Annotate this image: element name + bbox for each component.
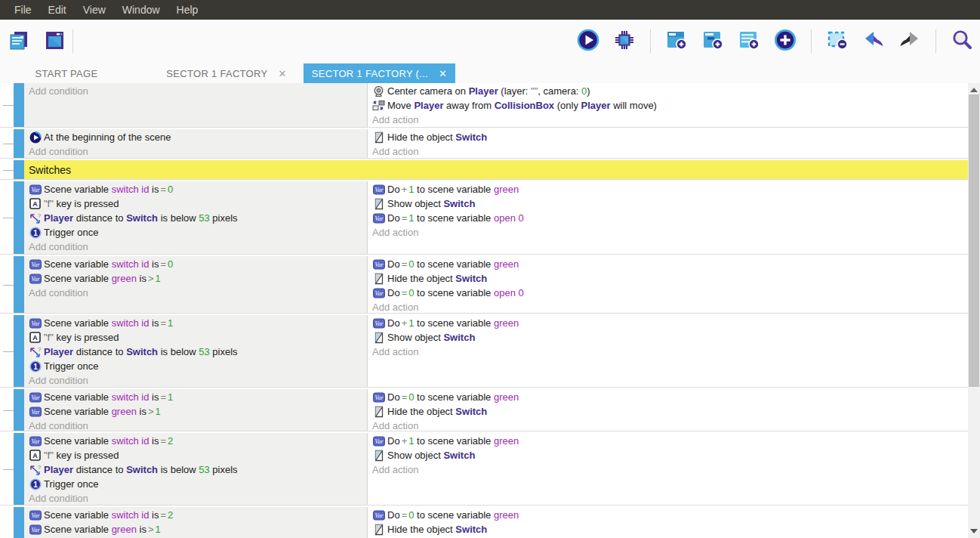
conditions-cell[interactable]: Add condition (24, 83, 367, 127)
action-line[interactable]: Show object Switch (368, 330, 968, 345)
actions-cell[interactable]: VarDo+1 to scene variable greenShow obje… (367, 181, 968, 254)
vertical-scrollbar[interactable] (968, 83, 980, 538)
condition-line[interactable]: ?Player distance to Switch is below 53 p… (24, 462, 367, 477)
conditions-cell[interactable]: At the beginning of the sceneAdd conditi… (24, 129, 367, 158)
actions-cell[interactable]: Center camera on Player (layer: "", came… (367, 83, 968, 127)
remove-selection-button[interactable] (827, 31, 848, 52)
action-line[interactable]: VarDo+1 to scene variable green (368, 316, 968, 330)
condition-line[interactable]: VarScene variable green is>1 (24, 522, 367, 536)
action-line[interactable]: Move Player away from CollisionBox (only… (368, 98, 968, 113)
action-line[interactable]: VarDo+1 to scene variable green (368, 182, 968, 196)
actions-cell[interactable]: VarDo=0 to scene variable greenHide the … (367, 256, 968, 313)
menu-item-window[interactable]: Window (114, 0, 168, 20)
play-button[interactable] (578, 31, 599, 52)
comment-row[interactable]: Switches (24, 160, 968, 179)
search-button[interactable] (951, 31, 972, 52)
action-line[interactable]: Center camera on Player (layer: "", came… (368, 84, 968, 98)
event-drag-bar[interactable] (14, 507, 24, 538)
scene-window-button[interactable] (44, 31, 65, 52)
actions-cell[interactable]: Hide the object SwitchAdd action (367, 129, 968, 158)
add-event-button[interactable] (666, 31, 687, 52)
close-icon[interactable]: ✕ (439, 68, 447, 79)
condition-line[interactable]: VarScene variable switch id is=1 (24, 316, 367, 330)
add-condition-link[interactable]: Add condition (24, 373, 367, 387)
conditions-cell[interactable]: VarScene variable switch id is=1A"f" key… (24, 315, 367, 387)
menu-item-help[interactable]: Help (168, 0, 207, 20)
add-condition-link[interactable]: Add condition (24, 84, 367, 98)
action-line[interactable]: VarDo=0 to scene variable open 0 (368, 286, 968, 300)
add-condition-link[interactable]: Add condition (24, 419, 367, 431)
conditions-cell[interactable]: VarScene variable switch id is=2VarScene… (24, 507, 367, 538)
add-circle-button[interactable] (775, 31, 796, 52)
actions-cell[interactable]: VarDo=0 to scene variable greenHide the … (367, 389, 968, 431)
condition-line[interactable]: 1Trigger once (24, 477, 367, 491)
project-manager-button[interactable] (8, 31, 29, 52)
condition-line[interactable]: VarScene variable switch id is=2 (24, 508, 367, 522)
action-line[interactable]: VarDo+1 to scene variable green (368, 434, 968, 448)
conditions-cell[interactable]: VarScene variable switch id is=2A"f" key… (24, 433, 367, 505)
scrollbar-thumb[interactable] (969, 94, 979, 387)
add-action-link[interactable]: Add action (368, 113, 968, 127)
event-drag-bar[interactable] (14, 315, 24, 387)
condition-line[interactable]: At the beginning of the scene (24, 130, 367, 144)
add-action-link[interactable]: Add action (368, 345, 968, 359)
event-drag-bar[interactable] (14, 160, 24, 179)
actions-cell[interactable]: VarDo+1 to scene variable greenShow obje… (367, 315, 968, 387)
add-condition-link[interactable]: Add condition (24, 144, 367, 158)
action-line[interactable]: VarDo=0 to scene variable green (368, 390, 968, 404)
condition-line[interactable]: 1Trigger once (24, 225, 367, 240)
conditions-cell[interactable]: VarScene variable switch id is=0VarScene… (24, 256, 367, 313)
event-drag-bar[interactable] (14, 181, 24, 254)
tab-sector-1-factory-events[interactable]: SECTOR 1 FACTORY (...✕ (304, 63, 455, 83)
event-drag-bar[interactable] (14, 389, 24, 431)
condition-line[interactable]: ?Player distance to Switch is below 53 p… (24, 211, 367, 225)
condition-line[interactable]: A"f" key is pressed (24, 330, 367, 345)
add-comment-button[interactable] (738, 31, 760, 52)
menu-item-view[interactable]: View (75, 0, 114, 20)
add-condition-link[interactable]: Add condition (24, 240, 367, 254)
redo-button[interactable] (899, 31, 920, 52)
scroll-down-icon[interactable] (970, 529, 978, 533)
action-line[interactable]: Hide the object Switch (368, 271, 968, 286)
event-drag-bar[interactable] (14, 83, 24, 127)
undo-button[interactable] (863, 31, 884, 52)
action-line[interactable]: Hide the object Switch (368, 404, 968, 419)
debug-button[interactable] (614, 31, 635, 52)
add-action-link[interactable]: Add action (368, 462, 968, 477)
tab-start-page[interactable]: START PAGE (15, 63, 118, 83)
conditions-cell[interactable]: VarScene variable switch id is=1VarScene… (24, 389, 367, 431)
actions-cell[interactable]: VarDo+1 to scene variable greenShow obje… (367, 433, 968, 505)
close-icon[interactable]: ✕ (278, 68, 286, 79)
event-drag-bar[interactable] (14, 256, 24, 313)
condition-line[interactable]: A"f" key is pressed (24, 448, 367, 462)
condition-line[interactable]: VarScene variable green is>1 (24, 404, 367, 419)
action-line[interactable]: Show object Switch (368, 448, 968, 462)
condition-line[interactable]: VarScene variable switch id is=0 (24, 182, 367, 196)
tab-sector-1-factory[interactable]: SECTOR 1 FACTORY✕ (151, 63, 302, 83)
add-subevent-button[interactable] (702, 31, 723, 52)
action-line[interactable]: Hide the object Switch (368, 130, 968, 144)
conditions-cell[interactable]: VarScene variable switch id is=0A"f" key… (24, 181, 367, 254)
condition-line[interactable]: VarScene variable switch id is=2 (24, 434, 367, 448)
action-line[interactable]: VarDo=1 to scene variable open 0 (368, 211, 968, 225)
condition-line[interactable]: ?Player distance to Switch is below 53 p… (24, 345, 367, 359)
event-drag-bar[interactable] (14, 433, 24, 505)
add-action-link[interactable]: Add action (368, 419, 968, 431)
add-action-link[interactable]: Add action (368, 144, 968, 158)
action-line[interactable]: VarDo=0 to scene variable green (368, 508, 968, 522)
add-action-link[interactable]: Add action (368, 225, 968, 240)
menu-item-edit[interactable]: Edit (40, 0, 75, 20)
scroll-up-icon[interactable] (970, 88, 978, 92)
condition-line[interactable]: A"f" key is pressed (24, 196, 367, 211)
condition-line[interactable]: VarScene variable switch id is=0 (24, 257, 367, 271)
action-line[interactable]: VarDo=0 to scene variable green (368, 257, 968, 271)
actions-cell[interactable]: VarDo=0 to scene variable greenHide the … (367, 507, 968, 538)
add-condition-link[interactable]: Add condition (24, 491, 367, 505)
menu-item-file[interactable]: File (6, 0, 40, 20)
add-condition-link[interactable]: Add condition (24, 286, 367, 300)
event-drag-bar[interactable] (14, 129, 24, 158)
action-line[interactable]: Hide the object Switch (368, 522, 968, 536)
action-line[interactable]: Show object Switch (368, 196, 968, 211)
condition-line[interactable]: VarScene variable switch id is=1 (24, 390, 367, 404)
condition-line[interactable]: 1Trigger once (24, 359, 367, 373)
